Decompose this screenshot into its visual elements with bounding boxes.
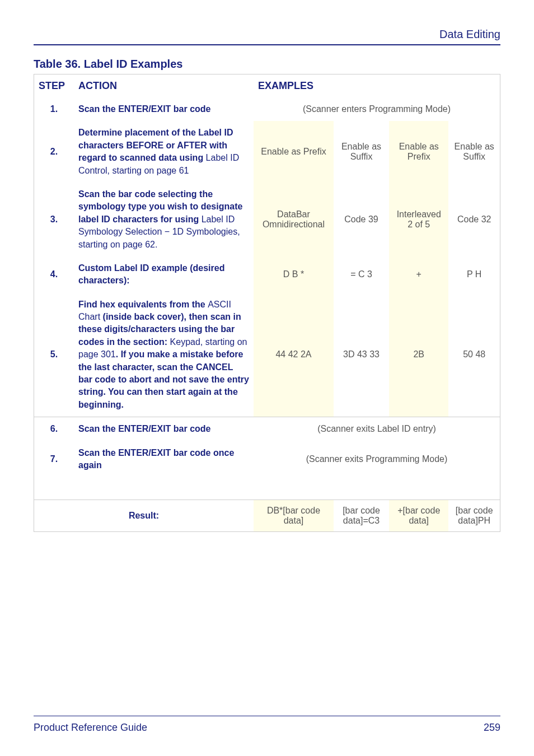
footer-right: 259 xyxy=(484,722,500,734)
table-row: 1.Scan the ENTER/EXIT bar code(Scanner e… xyxy=(34,97,500,121)
step-number: 4. xyxy=(34,256,74,293)
footer-divider xyxy=(34,716,500,716)
step-number: 6. xyxy=(34,417,74,441)
table-row: 3.Scan the bar code selecting the symbol… xyxy=(34,183,500,256)
example-cell: D B * xyxy=(254,256,334,293)
step-action: Determine placement of the Label ID char… xyxy=(74,121,254,183)
example-cell: 2B xyxy=(389,293,448,417)
result-label: Result: xyxy=(34,500,254,532)
result-cell: DB*[bar code data] xyxy=(254,500,334,532)
result-cell: [bar code data]PH xyxy=(448,500,500,532)
example-cell: Enable as Suffix xyxy=(448,121,500,183)
merged-note: (Scanner exits Label ID entry) xyxy=(254,417,500,441)
step-action: Find hex equivalents from the ASCII Char… xyxy=(74,293,254,417)
example-cell: DataBar Omnidirectional xyxy=(254,183,334,256)
step-action: Scan the ENTER/EXIT bar code once again xyxy=(74,441,254,478)
step-action: Custom Label ID example (desired charact… xyxy=(74,256,254,293)
col-action: ACTION xyxy=(74,74,254,98)
example-cell: Interleaved 2 of 5 xyxy=(389,183,448,256)
example-cell: 50 48 xyxy=(448,293,500,417)
table-row: 2.Determine placement of the Label ID ch… xyxy=(34,121,500,183)
step-action: Scan the bar code selecting the symbolog… xyxy=(74,183,254,256)
example-cell: 3D 43 33 xyxy=(334,293,389,417)
table-row: 7.Scan the ENTER/EXIT bar code once agai… xyxy=(34,441,500,478)
example-cell: Enable as Prefix xyxy=(254,121,334,183)
col-step: STEP xyxy=(34,74,74,98)
table-row: 6.Scan the ENTER/EXIT bar code(Scanner e… xyxy=(34,417,500,441)
step-number: 3. xyxy=(34,183,74,256)
step-action: Scan the ENTER/EXIT bar code xyxy=(74,97,254,121)
result-cell: +[bar code data] xyxy=(389,500,448,532)
example-cell: P H xyxy=(448,256,500,293)
step-number: 2. xyxy=(34,121,74,183)
merged-note: (Scanner exits Programming Mode) xyxy=(254,441,500,478)
result-cell: [bar code data]=C3 xyxy=(334,500,389,532)
result-row: Result:DB*[bar code data][bar code data]… xyxy=(34,500,500,532)
example-cell: Code 39 xyxy=(334,183,389,256)
section-header: Data Editing xyxy=(34,28,500,44)
label-id-examples-table: STEP ACTION EXAMPLES 1.Scan the ENTER/EX… xyxy=(34,74,500,532)
merged-note: (Scanner enters Programming Mode) xyxy=(254,97,500,121)
spacer-row xyxy=(34,477,500,500)
step-number: 5. xyxy=(34,293,74,417)
step-number: 1. xyxy=(34,97,74,121)
example-cell: + xyxy=(389,256,448,293)
example-cell: 44 42 2A xyxy=(254,293,334,417)
col-examples: EXAMPLES xyxy=(254,74,500,98)
table-row: 5.Find hex equivalents from the ASCII Ch… xyxy=(34,293,500,417)
example-cell: Enable as Suffix xyxy=(334,121,389,183)
example-cell: Enable as Prefix xyxy=(389,121,448,183)
example-cell: Code 32 xyxy=(448,183,500,256)
step-number: 7. xyxy=(34,441,74,478)
header-divider xyxy=(34,44,500,45)
page-footer: Product Reference Guide 259 xyxy=(34,716,500,734)
footer-left: Product Reference Guide xyxy=(34,722,147,734)
step-action: Scan the ENTER/EXIT bar code xyxy=(74,417,254,441)
table-title: Table 36. Label ID Examples xyxy=(34,58,500,71)
table-row: 4.Custom Label ID example (desired chara… xyxy=(34,256,500,293)
example-cell: = C 3 xyxy=(334,256,389,293)
